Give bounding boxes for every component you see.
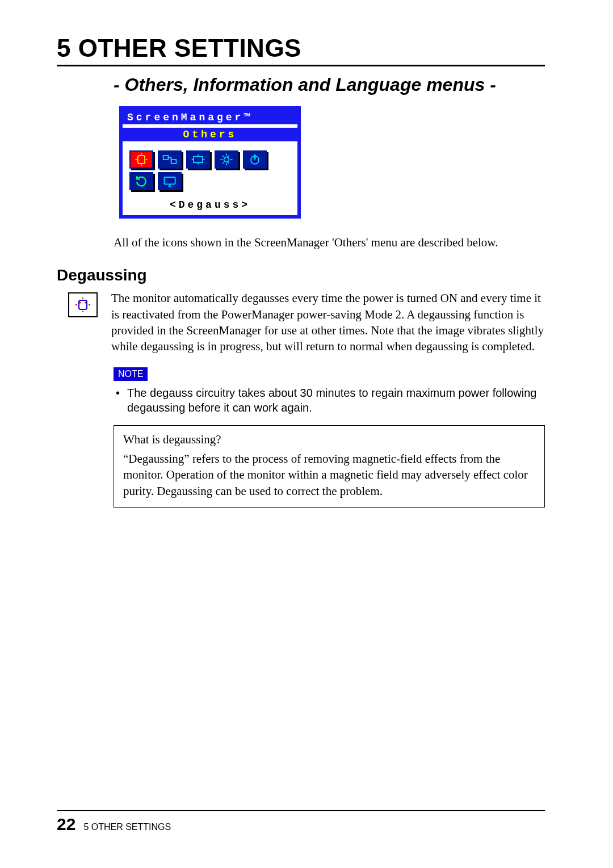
chapter-number: 5 bbox=[57, 34, 71, 62]
note-label: NOTE bbox=[114, 367, 148, 381]
info-question: What is degaussing? bbox=[123, 431, 535, 447]
section-heading: Degaussing bbox=[57, 266, 545, 284]
note-block: NOTE • The degauss circuitry takes about… bbox=[114, 367, 545, 415]
note-text: The degauss circuitry takes about 30 min… bbox=[127, 385, 545, 415]
svg-point-4 bbox=[224, 157, 229, 162]
refresh-icon bbox=[129, 172, 153, 190]
input-icon bbox=[158, 150, 182, 169]
bullet-icon: • bbox=[116, 385, 127, 415]
svg-point-8 bbox=[79, 302, 81, 304]
power-icon bbox=[243, 150, 267, 169]
svg-rect-7 bbox=[79, 300, 87, 309]
footer-crumb: 5 OTHER SETTINGS bbox=[83, 822, 171, 832]
degauss-icon bbox=[68, 292, 98, 317]
note-item: • The degauss circuitry takes about 30 m… bbox=[116, 385, 545, 415]
chapter-subtitle: - Others, Information and Language menus… bbox=[114, 73, 545, 96]
position-icon bbox=[186, 150, 210, 169]
svg-rect-6 bbox=[164, 177, 175, 184]
intro-text: All of the icons shown in the ScreenMana… bbox=[114, 234, 545, 250]
chapter-title: 5 OTHER SETTINGS bbox=[57, 34, 545, 66]
page-footer: 22 5 OTHER SETTINGS bbox=[57, 810, 545, 834]
info-answer: “Degaussing” refers to the process of re… bbox=[123, 451, 535, 499]
feature-row: The monitor automatically degausses ever… bbox=[57, 290, 545, 354]
brightness-icon bbox=[215, 150, 238, 169]
page-number: 22 bbox=[57, 815, 75, 834]
svg-point-9 bbox=[85, 302, 87, 304]
monitor-icon bbox=[158, 172, 182, 190]
section-body: The monitor automatically degausses ever… bbox=[111, 290, 545, 354]
svg-rect-3 bbox=[194, 157, 203, 163]
osd-icon-grid bbox=[123, 141, 297, 197]
chapter-name: OTHER SETTINGS bbox=[78, 34, 301, 62]
svg-rect-2 bbox=[171, 160, 177, 163]
info-box: What is degaussing? “Degaussing” refers … bbox=[114, 425, 545, 508]
osd-submenu-label: Others bbox=[123, 128, 297, 141]
degauss-icon bbox=[129, 150, 153, 169]
svg-rect-0 bbox=[138, 156, 145, 163]
osd-selected-item: <Degauss> bbox=[123, 197, 297, 215]
svg-rect-1 bbox=[163, 156, 169, 160]
osd-screenshot: ScreenManager™ Others bbox=[119, 106, 545, 219]
osd-title: ScreenManager™ bbox=[123, 110, 297, 128]
